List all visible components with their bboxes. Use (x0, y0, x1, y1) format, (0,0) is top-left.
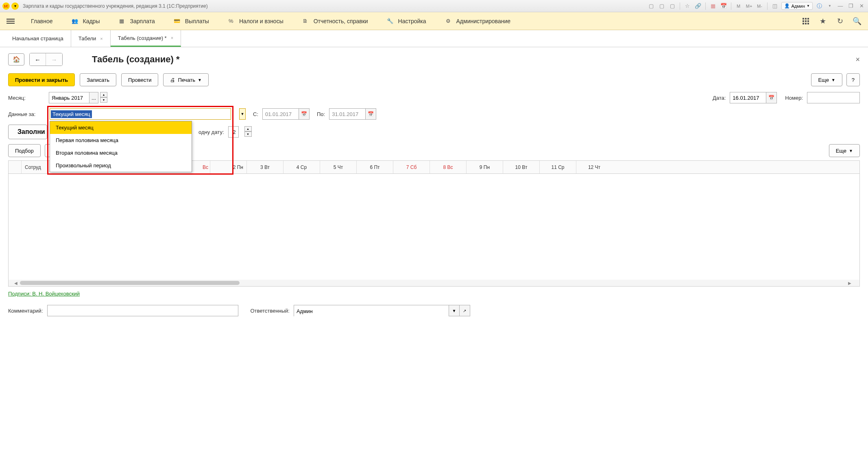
scroll-right-icon[interactable]: ▶ (848, 281, 854, 285)
calendar-icon[interactable]: 📅 (720, 2, 728, 10)
forward-button[interactable]: → (46, 53, 62, 66)
tab-start[interactable]: Начальная страница (5, 30, 71, 47)
minimize-button[interactable]: — (836, 2, 844, 10)
column-action (9, 161, 22, 173)
info-caret-icon[interactable]: ▼ (826, 2, 834, 10)
column-day-7[interactable]: 7 Сб (393, 161, 430, 173)
close-page-button[interactable]: × (855, 55, 860, 64)
maximize-button[interactable]: ❐ (847, 2, 855, 10)
responsible-input[interactable] (294, 305, 449, 317)
zapisat-button[interactable]: Записать (80, 73, 116, 86)
menu-admin[interactable]: ⚙Администрирование (435, 12, 520, 30)
close-icon[interactable]: × (100, 36, 103, 41)
dropdown-item-custom[interactable]: Произвольный период (50, 159, 192, 172)
scrollbar-thumb[interactable] (20, 281, 240, 285)
tab-tabeli[interactable]: Табели× (71, 30, 111, 47)
to-label: По: (317, 111, 325, 117)
provesti-zakryt-button[interactable]: Провести и закрыть (8, 73, 75, 86)
month-up-button[interactable]: ▲ (100, 92, 107, 97)
info-icon[interactable]: ⓘ (815, 2, 823, 10)
from-calendar-button[interactable]: 📅 (299, 108, 310, 120)
people-icon: 👥 (71, 17, 79, 25)
close-button[interactable]: ✕ (857, 2, 866, 10)
column-day-11[interactable]: 11 Ср (540, 161, 576, 173)
titlebar-icon-3[interactable]: ▢ (668, 2, 676, 10)
pechat-button[interactable]: 🖨Печать▼ (163, 73, 209, 86)
menu-nastroika[interactable]: 🔧Настройка (377, 12, 435, 30)
menu-nalogi[interactable]: %Налоги и взносы (218, 12, 292, 30)
comment-input[interactable] (47, 305, 238, 316)
favorite-icon[interactable]: ☆ (683, 2, 691, 10)
column-day-4[interactable]: 4 Ср (284, 161, 320, 173)
table-body[interactable] (9, 174, 859, 280)
column-day-6[interactable]: 6 Пт (357, 161, 393, 173)
history-icon[interactable]: ↻ (835, 17, 844, 26)
scroll-left-icon[interactable]: ◀ (14, 281, 20, 285)
column-day-5[interactable]: 5 Чт (320, 161, 357, 173)
chevron-down-icon: ▼ (807, 4, 810, 8)
column-employee[interactable]: Сотруд (22, 161, 49, 173)
apps-grid-icon[interactable] (801, 17, 810, 26)
from-date-input[interactable] (262, 108, 299, 120)
search-icon[interactable]: 🔍 (853, 17, 861, 26)
titlebar-icon-2[interactable]: ▢ (658, 2, 666, 10)
esche-button[interactable]: Еще▼ (811, 73, 842, 86)
dropdown-item-current[interactable]: Текущий месяц (50, 121, 192, 134)
mplus-button[interactable]: М+ (745, 2, 753, 10)
month-input[interactable] (49, 92, 89, 103)
chevron-down-icon: ▼ (831, 78, 835, 82)
m-button[interactable]: М (735, 2, 743, 10)
data-for-dropdown-button[interactable]: ▼ (239, 108, 246, 120)
column-day-12[interactable]: 12 Чт (576, 161, 612, 173)
date-input[interactable] (730, 92, 766, 103)
hamburger-icon[interactable] (7, 19, 15, 24)
menu-otchet[interactable]: 🗎Отчетность, справки (292, 12, 377, 30)
one-date-down-button[interactable]: ▼ (244, 131, 252, 137)
number-input[interactable] (807, 92, 860, 103)
user-button[interactable]: 👤 Админ ▼ (781, 2, 813, 10)
column-day-10[interactable]: 10 Вт (503, 161, 540, 173)
column-day-9[interactable]: 9 Пн (467, 161, 503, 173)
menu-kadry[interactable]: 👥Кадры (62, 12, 109, 30)
menu-zarplata[interactable]: ▦Зарплата (109, 12, 164, 30)
dropdown-item-second-half[interactable]: Вторая половина месяца (50, 147, 192, 159)
column-day-8[interactable]: 8 Вс (430, 161, 467, 173)
provesti-button[interactable]: Провести (121, 73, 159, 86)
to-calendar-button[interactable]: 📅 (366, 108, 376, 120)
horizontal-scrollbar[interactable]: ◀ ▶ (9, 280, 859, 286)
fill-button[interactable]: Заполни (8, 125, 47, 139)
month-ellipsis-button[interactable]: ... (89, 92, 98, 103)
to-date-input[interactable] (329, 108, 366, 120)
home-button[interactable]: 🏠 (8, 53, 24, 66)
back-button[interactable]: ← (30, 53, 46, 66)
app-dropdown-icon[interactable]: ▾ (11, 2, 19, 10)
mminus-button[interactable]: М- (756, 2, 764, 10)
month-down-button[interactable]: ▼ (100, 97, 107, 103)
esche-table-button[interactable]: Еще▼ (829, 144, 860, 157)
main-menu: Главное 👥Кадры ▦Зарплата 💳Выплаты %Налог… (0, 12, 868, 30)
responsible-open-button[interactable]: ↗ (459, 305, 470, 316)
close-icon[interactable]: × (171, 35, 173, 40)
podbor-button[interactable]: Подбор (8, 144, 41, 157)
date-calendar-button[interactable]: 📅 (766, 92, 777, 103)
signatures-link[interactable]: Подписи: В. Н. Войцеховский (8, 291, 80, 297)
data-for-select[interactable]: Текущий месяц (50, 108, 231, 120)
dropdown-item-first-half[interactable]: Первая половина месяца (50, 134, 192, 147)
menu-vyplaty[interactable]: 💳Выплаты (164, 12, 218, 30)
one-date-up-button[interactable]: ▲ (244, 126, 252, 131)
data-for-dropdown-highlight: Текущий месяц Текущий месяц Первая полов… (47, 106, 233, 175)
responsible-dropdown-button[interactable]: ▼ (449, 305, 459, 316)
comment-label: Комментарий: (8, 308, 43, 314)
tab-tabel-create[interactable]: Табель (создание) *× (111, 30, 181, 47)
calc-icon[interactable]: ▦ (709, 2, 717, 10)
star-icon[interactable]: ★ (818, 17, 827, 26)
link-icon[interactable]: 🔗 (694, 2, 702, 10)
responsible-label: Ответственный: (251, 308, 290, 314)
panel-icon[interactable]: ◫ (771, 2, 779, 10)
help-button[interactable]: ? (846, 73, 860, 86)
column-day-3[interactable]: 3 Вт (247, 161, 284, 173)
menu-main[interactable]: Главное (22, 12, 62, 30)
data-for-label: Данные за: (8, 111, 45, 117)
responsible-select[interactable]: ▼ ↗ (294, 305, 470, 316)
titlebar-icon-1[interactable]: ▢ (647, 2, 655, 10)
